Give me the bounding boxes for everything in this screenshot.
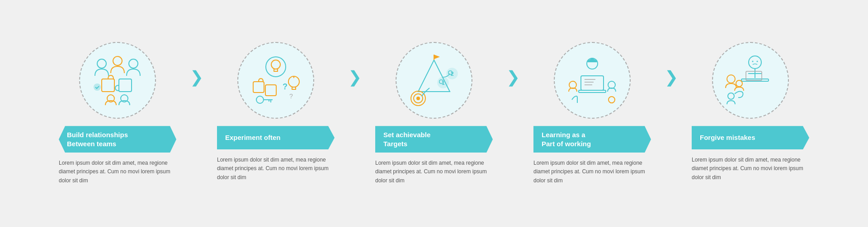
step4-description: Lorem ipsum dolor sit dim amet, mea regi… [533,159,651,185]
step2-icon-circle: ? ? [237,42,314,119]
step3-label: Set achievable Targets [375,126,493,153]
svg-marker-22 [434,55,440,59]
step5-label: Forgive mistakes [692,126,809,149]
infographic: Build relationships Between teams Lorem … [0,33,868,194]
step1-label-text: Build relationships Between teams [67,130,128,148]
step2-label-text: Experiment often [225,133,281,142]
svg-point-43 [757,61,758,62]
svg-point-2 [129,59,138,68]
svg-point-38 [569,81,576,88]
step1-label: Build relationships Between teams [59,126,176,153]
svg-text:?: ? [283,82,288,91]
svg-point-5 [94,83,101,91]
svg-text:?: ? [289,93,293,100]
svg-point-47 [736,80,742,87]
step2-label: Experiment often [217,126,335,149]
svg-point-39 [608,81,615,88]
step1-icon [88,51,147,110]
svg-point-48 [728,93,734,99]
svg-rect-10 [253,82,264,93]
svg-point-41 [749,56,761,69]
step5-icon-circle [712,42,789,119]
svg-rect-33 [581,76,604,90]
step-experiment-often: ? ? Experiment often Lorem ipsum dolor s… [199,42,353,182]
step-forgive-mistakes: Forgive mistakes Lorem ipsum dolor sit d… [674,42,827,182]
step1-icon-circle [79,42,156,119]
svg-rect-4 [119,79,132,92]
step2-icon: ? ? [246,51,305,110]
step4-label-text: Learning as a Part of working [542,130,591,148]
step5-icon [721,51,780,110]
svg-point-46 [727,75,735,83]
svg-point-14 [256,96,264,103]
svg-point-25 [416,97,420,100]
svg-rect-34 [579,90,606,93]
step1-description: Lorem ipsum dolor sit dim amet, mea regi… [59,159,176,185]
svg-rect-11 [265,85,276,96]
step4-label: Learning as a Part of working [533,126,651,153]
svg-rect-32 [588,61,597,62]
svg-point-42 [752,61,754,62]
step4-icon-circle [554,42,631,119]
step3-icon: 1 2 [405,51,463,110]
svg-point-1 [113,56,122,65]
svg-point-9 [271,60,280,69]
svg-point-40 [609,97,615,103]
svg-point-0 [97,59,106,68]
step-build-relationships: Build relationships Between teams Lorem … [41,42,194,185]
step3-label-text: Set achievable Targets [383,130,430,148]
step-learning: Learning as a Part of working Lorem ipsu… [515,42,669,185]
step5-description: Lorem ipsum dolor sit dim amet, mea regi… [692,156,809,182]
step3-icon-circle: 1 2 [396,42,472,119]
step3-description: Lorem ipsum dolor sit dim amet, mea regi… [375,159,493,185]
svg-rect-3 [102,79,114,92]
step2-description: Lorem ipsum dolor sit dim amet, mea regi… [217,156,335,182]
step-set-targets: 1 2 Set achievable Targets Lorem ipsum d… [357,42,511,185]
step5-label-text: Forgive mistakes [700,133,755,142]
step4-icon [563,51,622,110]
